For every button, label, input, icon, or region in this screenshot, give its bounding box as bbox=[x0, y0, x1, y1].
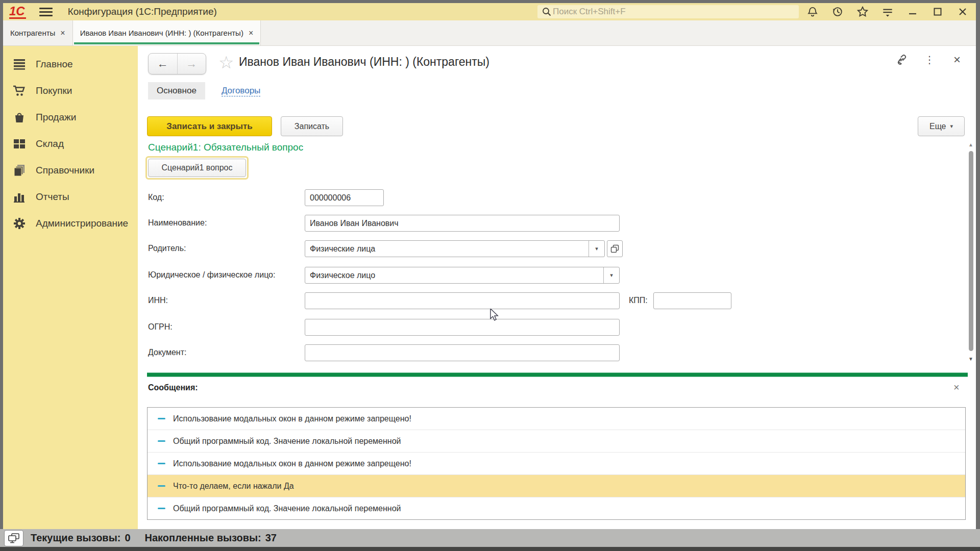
1c-logo: 1С bbox=[9, 5, 26, 19]
chevron-down-icon: ▾ bbox=[950, 123, 953, 130]
maximize-button[interactable] bbox=[930, 5, 945, 19]
cart-icon bbox=[12, 84, 27, 97]
scenario-status-text: Сценарий1: Обязательный вопрос bbox=[148, 142, 303, 153]
favorite-star-icon[interactable]: ☆ bbox=[218, 52, 234, 72]
legal-type-label: Юридическое / физическое лицо: bbox=[148, 270, 275, 280]
app-title: Конфигурация (1С:Предприятие) bbox=[68, 6, 217, 17]
window-border-right bbox=[976, 3, 980, 547]
bar-chart-icon bbox=[12, 190, 27, 204]
message-dash-icon bbox=[158, 463, 165, 464]
title-bar: 1С Конфигурация (1С:Предприятие) bbox=[3, 3, 976, 20]
scenario-button-focus-ring: Сценарий1 вопрос bbox=[145, 156, 249, 180]
parent-combo[interactable]: Физические лица ▾ bbox=[305, 240, 605, 257]
sidebar-item-pokupki[interactable]: Покупки bbox=[3, 78, 138, 104]
bag-icon bbox=[12, 111, 27, 124]
message-row[interactable]: Общий программный код. Значение локально… bbox=[148, 497, 965, 519]
document-label: Документ: bbox=[148, 348, 186, 357]
message-text: Общий программный код. Значение локально… bbox=[173, 437, 401, 446]
kpp-field[interactable] bbox=[653, 292, 731, 309]
form-content: ← → ☆ Иванов Иван Иванович (ИНН: ) (Конт… bbox=[138, 46, 976, 529]
calls-monitor-icon[interactable] bbox=[4, 530, 23, 546]
sidebar-item-label: Отчеты bbox=[36, 191, 69, 203]
message-row[interactable]: Общий программный код. Значение локально… bbox=[148, 430, 965, 452]
parent-value: Физические лица bbox=[305, 241, 589, 257]
sidebar-item-label: Продажи bbox=[36, 112, 76, 123]
chevron-down-icon[interactable]: ▾ bbox=[603, 267, 619, 283]
close-icon[interactable]: × bbox=[249, 29, 253, 38]
scrollbar-thumb[interactable] bbox=[969, 151, 973, 351]
link-icon[interactable] bbox=[895, 53, 909, 66]
accumulated-calls-label: Накопленные вызовы: bbox=[145, 532, 261, 544]
functions-menu-icon[interactable] bbox=[880, 5, 895, 19]
sidebar-item-label: Покупки bbox=[36, 85, 72, 96]
document-field[interactable] bbox=[305, 344, 620, 361]
parent-label: Родитель: bbox=[148, 244, 186, 253]
minimize-button[interactable] bbox=[905, 5, 920, 19]
close-icon[interactable]: × bbox=[60, 29, 65, 38]
search-input[interactable] bbox=[552, 6, 778, 17]
sidebar-item-sklad[interactable]: Склад bbox=[3, 131, 138, 157]
ogrn-field[interactable] bbox=[305, 319, 620, 336]
document-tab-bar: Контрагенты × Иванов Иван Иванович (ИНН:… bbox=[3, 20, 976, 46]
app-window: 1С Конфигурация (1С:Предприятие) bbox=[0, 0, 980, 551]
inn-field[interactable] bbox=[305, 292, 620, 309]
section-tab-osnovnoe[interactable]: Основное bbox=[148, 82, 205, 99]
sidebar-item-administrirovanie[interactable]: Администрирование bbox=[3, 210, 138, 237]
sidebar-item-spravochniki[interactable]: Справочники bbox=[3, 157, 138, 184]
parent-choose-button[interactable] bbox=[607, 240, 623, 257]
scenario-question-button[interactable]: Сценарий1 вопрос bbox=[148, 159, 246, 177]
search-icon bbox=[542, 7, 552, 17]
status-bar: Текущие вызовы: 0 Накопленные вызовы: 37 bbox=[0, 529, 980, 547]
message-dash-icon bbox=[158, 418, 165, 419]
books-icon bbox=[12, 164, 27, 177]
message-text: Использование модальных окон в данном ре… bbox=[173, 459, 411, 468]
more-actions-button[interactable]: Еще ▾ bbox=[918, 116, 965, 136]
message-dash-icon bbox=[158, 440, 165, 442]
tab-ivanov[interactable]: Иванов Иван Иванович (ИНН: ) (Контрагент… bbox=[73, 20, 261, 45]
sidebar-item-label: Склад bbox=[36, 138, 64, 149]
save-button[interactable]: Записать bbox=[281, 116, 343, 136]
section-tab-dogovory[interactable]: Договоры bbox=[222, 86, 260, 96]
current-calls-value: 0 bbox=[125, 532, 130, 544]
sidebar-item-glavnoe[interactable]: Главное bbox=[3, 51, 138, 78]
message-row[interactable]: Использование модальных окон в данном ре… bbox=[148, 408, 965, 430]
messages-separator bbox=[147, 372, 968, 377]
grid-icon bbox=[12, 137, 27, 151]
favorites-star-icon[interactable] bbox=[855, 5, 870, 19]
forward-button[interactable]: → bbox=[178, 54, 206, 74]
history-icon[interactable] bbox=[830, 5, 845, 19]
accumulated-calls-value: 37 bbox=[265, 532, 277, 544]
message-text: Что-то делаем, если нажали Да bbox=[173, 482, 294, 491]
kpp-label: КПП: bbox=[629, 296, 648, 305]
sidebar-item-prodazhi[interactable]: Продажи bbox=[3, 104, 138, 131]
close-form-icon[interactable]: × bbox=[950, 53, 964, 66]
message-text: Использование модальных окон в данном ре… bbox=[173, 414, 411, 423]
sidebar-item-label: Главное bbox=[36, 59, 73, 70]
sidebar-item-otchety[interactable]: Отчеты bbox=[3, 184, 138, 210]
save-and-close-button[interactable]: Записать и закрыть bbox=[147, 116, 272, 136]
scrollbar-down-icon[interactable]: ▼ bbox=[968, 356, 973, 362]
global-search[interactable] bbox=[537, 5, 799, 18]
close-messages-icon[interactable]: × bbox=[953, 382, 960, 393]
code-label: Код: bbox=[148, 193, 164, 202]
legal-type-value: Физическое лицо bbox=[305, 267, 603, 283]
message-row[interactable]: Использование модальных окон в данном ре… bbox=[148, 452, 965, 474]
code-field[interactable] bbox=[305, 189, 384, 206]
tab-label: Иванов Иван Иванович (ИНН: ) (Контрагент… bbox=[80, 29, 243, 37]
tab-kontragenty[interactable]: Контрагенты × bbox=[3, 20, 73, 45]
sidebar-item-label: Справочники bbox=[36, 165, 94, 176]
more-menu-icon[interactable]: ⋮ bbox=[923, 53, 936, 66]
main-menu-icon[interactable] bbox=[39, 8, 53, 16]
name-field[interactable] bbox=[305, 215, 620, 232]
back-button[interactable]: ← bbox=[149, 54, 178, 74]
notifications-bell-icon[interactable] bbox=[805, 5, 820, 19]
message-row-highlighted[interactable]: Что-то делаем, если нажали Да bbox=[148, 474, 965, 497]
message-dash-icon bbox=[158, 508, 165, 509]
sidebar: Главное Покупки Продажи Склад Справочник… bbox=[3, 46, 138, 529]
tab-label: Контрагенты bbox=[10, 29, 55, 37]
form-title: Иванов Иван Иванович (ИНН: ) (Контрагент… bbox=[239, 55, 489, 69]
legal-type-combo[interactable]: Физическое лицо ▾ bbox=[305, 267, 620, 284]
scrollbar-up-icon[interactable]: ▲ bbox=[968, 142, 973, 147]
chevron-down-icon[interactable]: ▾ bbox=[589, 241, 604, 257]
close-window-button[interactable] bbox=[955, 5, 970, 19]
